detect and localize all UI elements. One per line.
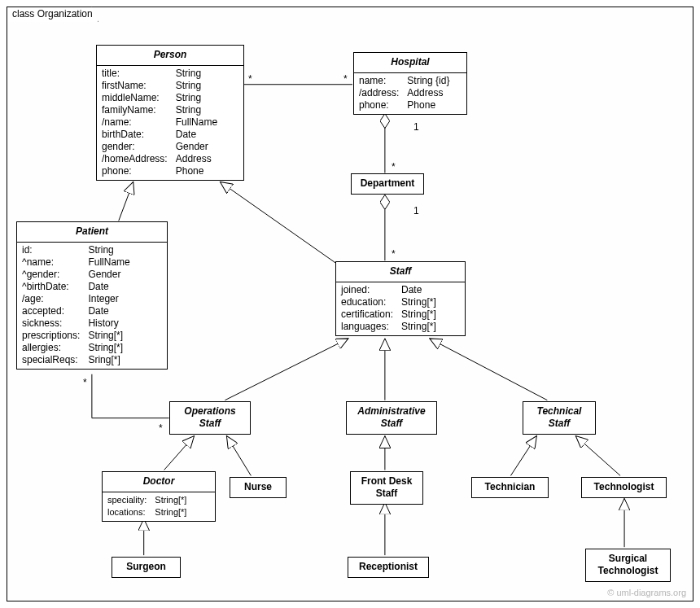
class-technologist: Technologist	[581, 477, 667, 498]
class-title: Person	[97, 46, 243, 65]
class-title: Administrative Staff	[347, 402, 436, 434]
attr-keys: name: /address: phone:	[359, 75, 407, 112]
svg-line-3	[119, 182, 133, 221]
class-administrative-staff: Administrative Staff	[346, 401, 437, 435]
class-doctor: Doctor speciality: locations: String[*] …	[102, 471, 216, 522]
class-title: Hospital	[354, 53, 466, 72]
attr-keys: joined: education: certification: langua…	[341, 284, 401, 333]
class-title: Front Desk Staff	[351, 472, 422, 504]
class-title: Technician	[472, 478, 548, 497]
class-front-desk-staff: Front Desk Staff	[350, 471, 423, 505]
class-nurse: Nurse	[230, 477, 287, 498]
attr-types: Date String[*] String[*] String[*]	[401, 284, 436, 333]
diagram-frame: class Organization	[7, 7, 693, 601]
attr-keys: speciality: locations:	[107, 494, 155, 518]
class-title: Department	[352, 174, 423, 194]
class-technical-staff: Technical Staff	[523, 401, 596, 435]
mult-dept-staff-bot: *	[392, 248, 396, 260]
svg-line-4	[220, 182, 343, 268]
class-title: Patient	[17, 222, 167, 242]
class-title: Surgeon	[112, 558, 180, 577]
svg-line-7	[430, 339, 548, 400]
mult-person-hospital-left: *	[248, 73, 252, 85]
mult-patient-ops-right: *	[159, 422, 163, 434]
class-title: Technical Staff	[523, 402, 595, 434]
mult-hosp-dept-bot: *	[392, 161, 396, 173]
class-title: Doctor	[103, 472, 215, 492]
class-surgical-technologist: Surgical Technologist	[585, 549, 671, 582]
class-title: Operations Staff	[170, 402, 250, 434]
mult-person-hospital-right: *	[343, 73, 348, 85]
class-title: Technologist	[582, 478, 666, 497]
class-department: Department	[351, 173, 424, 195]
class-operations-staff: Operations Staff	[169, 401, 251, 435]
mult-patient-ops-left: *	[83, 377, 87, 388]
attr-types: String[*] String[*]	[155, 494, 186, 518]
svg-line-5	[225, 339, 348, 400]
class-hospital: Hospital name: /address: phone: String {…	[353, 52, 467, 115]
mult-dept-staff-top: 1	[413, 205, 419, 217]
svg-line-12	[575, 436, 620, 476]
class-title: Nurse	[230, 478, 286, 497]
class-surgeon: Surgeon	[112, 557, 181, 578]
class-title: Staff	[336, 262, 465, 282]
attr-types: String {id} Address Phone	[407, 75, 449, 112]
class-staff: Staff joined: education: certification: …	[335, 261, 466, 336]
class-person: Person title: firstName: middleName: fam…	[96, 45, 244, 181]
watermark: © uml-diagrams.org	[607, 588, 686, 597]
class-title: Surgical Technologist	[586, 549, 670, 581]
svg-line-8	[164, 436, 195, 470]
attr-keys: title: firstName: middleName: familyName…	[102, 68, 176, 177]
attr-keys: id: ^name: ^gender: ^birthDate: /age: ac…	[22, 244, 88, 366]
mult-hosp-dept-top: 1	[413, 121, 419, 133]
attr-types: String FullName Gender Date Integer Date…	[88, 244, 129, 366]
class-patient: Patient id: ^name: ^gender: ^birthDate: …	[16, 221, 168, 370]
svg-line-11	[510, 436, 536, 476]
attr-types: String String String String FullName Dat…	[176, 68, 217, 177]
class-receptionist: Receptionist	[348, 557, 429, 578]
class-title: Receptionist	[348, 558, 428, 577]
svg-line-9	[226, 436, 251, 476]
frame-label: class Organization	[7, 7, 98, 22]
class-technician: Technician	[471, 477, 549, 498]
